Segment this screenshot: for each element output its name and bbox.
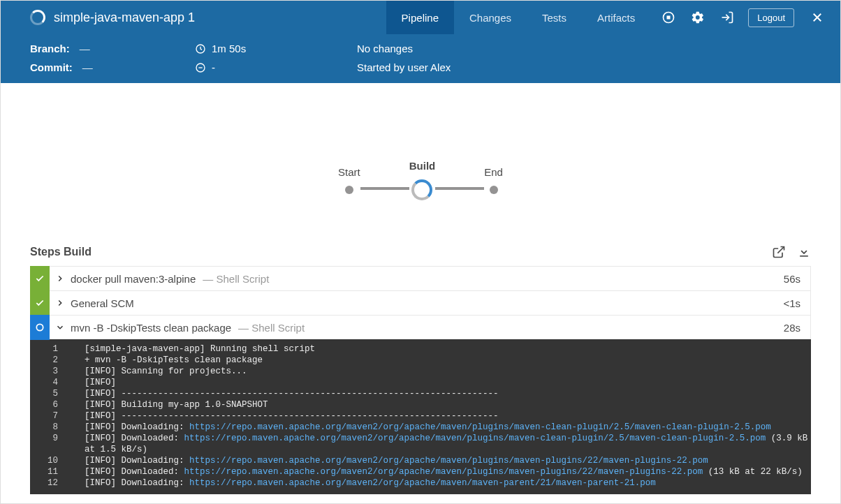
console-output[interactable]: 1[simple-java-maven-app] Running shell s…: [30, 339, 811, 494]
step-subtitle: — Shell Script: [203, 273, 269, 285]
line-text: [INFO] Scanning for projects...: [69, 366, 247, 377]
line-number: 11: [30, 466, 69, 477]
console-line: 3[INFO] Scanning for projects...: [30, 366, 811, 377]
close-icon[interactable]: [807, 11, 828, 24]
console-line: 4[INFO]: [30, 377, 811, 388]
queued-icon: [195, 62, 206, 73]
line-text: [simple-java-maven-app] Running shell sc…: [69, 343, 315, 355]
started-by-text: Started by user Alex: [357, 61, 451, 73]
step-subtitle: — Shell Script: [238, 322, 305, 334]
pipeline-graph-area: StartBuildEnd: [1, 83, 840, 242]
branch-label: Branch:: [30, 43, 70, 54]
line-number: 4: [30, 377, 69, 388]
console-line: 9[INFO] Downloaded: https://repo.maven.a…: [30, 433, 811, 455]
line-text: [INFO] Downloaded: https://repo.maven.ap…: [69, 433, 811, 455]
steps-title: Steps Build: [30, 246, 92, 258]
branch-value: —: [80, 43, 90, 54]
tab-artifacts[interactable]: Artifacts: [582, 1, 650, 34]
line-text: [INFO] Downloading: https://repo.maven.a…: [69, 455, 708, 466]
console-line: 1[simple-java-maven-app] Running shell s…: [30, 343, 811, 355]
log-url-link[interactable]: https://repo.maven.apache.org/maven2/org…: [189, 456, 708, 466]
check-icon: [30, 290, 50, 316]
line-number: 3: [30, 366, 69, 377]
stage-label: Start: [338, 166, 360, 180]
running-icon: [30, 315, 50, 340]
duration-value: 1m 50s: [212, 43, 246, 54]
svg-rect-9: [800, 255, 808, 257]
console-line: 10[INFO] Downloading: https://repo.maven…: [30, 455, 811, 466]
line-number: 12: [30, 477, 69, 489]
run-tabs: PipelineChangesTestsArtifacts: [386, 1, 651, 34]
stage-connector: [435, 187, 484, 190]
chevron-right-icon[interactable]: [50, 298, 71, 308]
commit-label: Commit:: [30, 61, 73, 73]
console-line: 6[INFO] Building my-app 1.0-SNAPSHOT: [30, 399, 811, 410]
step-duration: 28s: [784, 322, 810, 334]
stage-connector: [360, 187, 409, 190]
line-number: 7: [30, 410, 69, 422]
step-row[interactable]: docker pull maven:3-alpine— Shell Script…: [30, 266, 811, 291]
console-line: 8[INFO] Downloading: https://repo.maven.…: [30, 422, 811, 433]
line-number: 10: [30, 455, 69, 466]
line-text: + mvn -B -DskipTests clean package: [69, 355, 263, 366]
step-title: docker pull maven:3-alpine: [71, 273, 196, 285]
stage-end: End: [484, 166, 503, 194]
run-title: simple-java-maven-app 1: [54, 10, 195, 25]
duration-icon: [195, 43, 206, 54]
download-icon[interactable]: [797, 245, 811, 259]
line-text: [INFO] ---------------------------------…: [69, 388, 499, 399]
changes-text: No changes: [357, 43, 413, 54]
log-url-link[interactable]: https://repo.maven.apache.org/maven2/org…: [189, 422, 771, 432]
step-row[interactable]: mvn -B -DskipTests clean package— Shell …: [30, 315, 811, 340]
console-line: 11[INFO] Downloaded: https://repo.maven.…: [30, 466, 811, 477]
console-line: 5[INFO] --------------------------------…: [30, 388, 811, 399]
stage-node-dot-icon: [345, 186, 353, 194]
tab-tests[interactable]: Tests: [527, 1, 582, 34]
svg-rect-1: [667, 16, 671, 20]
stage-build[interactable]: Build: [409, 160, 436, 200]
line-text: [INFO] Downloading: https://repo.maven.a…: [69, 477, 656, 489]
logout-button[interactable]: Logout: [748, 8, 794, 27]
tab-changes[interactable]: Changes: [454, 1, 527, 34]
chevron-down-icon[interactable]: [50, 323, 71, 332]
line-text: [INFO]: [69, 377, 116, 388]
stage-label: End: [484, 166, 503, 180]
line-text: [INFO] Downloading: https://repo.maven.a…: [69, 422, 771, 433]
step-title: mvn -B -DskipTests clean package: [71, 322, 231, 334]
line-text: [INFO] ---------------------------------…: [69, 410, 499, 422]
console-line: 2+ mvn -B -DskipTests clean package: [30, 355, 811, 366]
line-number: 5: [30, 388, 69, 399]
exit-icon[interactable]: [719, 9, 736, 26]
line-number: 2: [30, 355, 69, 366]
line-number: 6: [30, 399, 69, 410]
tab-pipeline[interactable]: Pipeline: [386, 1, 454, 34]
step-title: General SCM: [71, 297, 134, 309]
status-spinner-icon: [30, 10, 45, 25]
open-external-icon[interactable]: [772, 245, 786, 259]
log-url-link[interactable]: https://repo.maven.apache.org/maven2/org…: [184, 433, 766, 443]
svg-line-8: [777, 247, 784, 253]
console-line: 12[INFO] Downloading: https://repo.maven…: [30, 477, 811, 489]
log-url-link[interactable]: https://repo.maven.apache.org/maven2/org…: [184, 467, 703, 477]
step-row[interactable]: General SCM<1s: [30, 290, 811, 316]
run-subheader: Branch: — Commit: — 1m 50s - No changes …: [1, 34, 840, 83]
chevron-right-icon[interactable]: [50, 274, 71, 283]
stage-start: Start: [338, 166, 360, 194]
settings-gear-icon[interactable]: [689, 9, 706, 26]
step-duration: <1s: [783, 297, 810, 309]
line-number: 9: [30, 433, 69, 455]
step-duration: 56s: [784, 273, 810, 285]
line-number: 8: [30, 422, 69, 433]
stage-label: Build: [409, 160, 436, 174]
stage-node-dot-icon: [490, 186, 498, 194]
check-icon: [30, 266, 50, 291]
commit-value: —: [82, 61, 93, 73]
line-text: [INFO] Building my-app 1.0-SNAPSHOT: [69, 399, 268, 410]
stage-node-running-icon: [411, 179, 432, 200]
log-url-link[interactable]: https://repo.maven.apache.org/maven2/org…: [189, 478, 656, 488]
top-bar: simple-java-maven-app 1 PipelineChangesT…: [1, 1, 840, 34]
stop-run-button[interactable]: [660, 9, 677, 26]
queued-value: -: [212, 61, 215, 73]
svg-point-10: [36, 324, 43, 330]
console-line: 7[INFO] --------------------------------…: [30, 410, 811, 422]
